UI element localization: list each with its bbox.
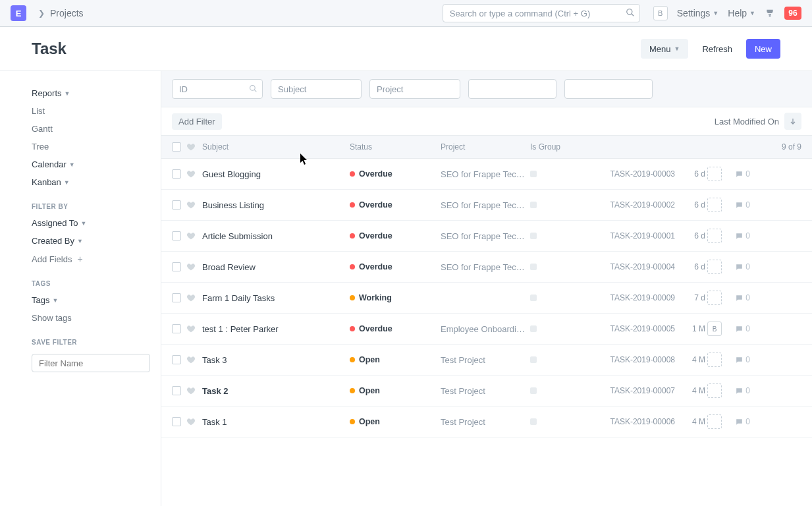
sidebar-view-gantt[interactable]: Gantt: [32, 120, 161, 138]
row-subject-link[interactable]: Guest Blogging: [202, 169, 261, 179]
row-checkbox[interactable]: [172, 262, 181, 271]
like-icon[interactable]: [186, 293, 196, 302]
sort-by-label[interactable]: Last Modified On: [715, 117, 779, 126]
row-project[interactable]: Test Project: [441, 386, 530, 396]
row-project[interactable]: Test Project: [441, 417, 530, 427]
like-icon[interactable]: [186, 200, 196, 210]
row-comments[interactable]: 0: [724, 231, 750, 240]
assign-placeholder[interactable]: [707, 198, 722, 212]
like-icon[interactable]: [186, 324, 196, 333]
like-icon[interactable]: [186, 169, 196, 179]
like-icon[interactable]: [186, 386, 196, 395]
filter-name-input[interactable]: [32, 354, 150, 372]
assign-placeholder[interactable]: [707, 229, 722, 243]
sidebar-assigned-to[interactable]: Assigned To▼: [32, 214, 161, 232]
like-icon[interactable]: [186, 262, 196, 271]
row-subject-link[interactable]: Task 3: [202, 355, 227, 365]
row-status[interactable]: Overdue: [350, 231, 441, 240]
row-subject-link[interactable]: Farm 1 Daily Tasks: [202, 293, 275, 303]
sidebar-show-tags[interactable]: Show tags: [32, 309, 161, 327]
filter-id-input[interactable]: [172, 79, 263, 99]
breadcrumb-projects[interactable]: Projects: [50, 8, 84, 18]
row-subject-link[interactable]: Broad Review: [202, 262, 256, 272]
sidebar-calendar[interactable]: Calendar▼: [32, 155, 161, 173]
table-row: Broad Review Overdue SEO for Frappe Tec……: [161, 252, 812, 283]
filter-extra1-input[interactable]: [468, 79, 556, 99]
settings-menu[interactable]: Settings▼: [677, 8, 719, 18]
row-status[interactable]: Overdue: [350, 262, 441, 271]
sidebar-view-tree[interactable]: Tree: [32, 138, 161, 155]
filter-project-input[interactable]: [369, 79, 460, 99]
select-all-checkbox[interactable]: [172, 142, 181, 152]
sidebar-tags[interactable]: Tags▼: [32, 291, 161, 309]
row-checkbox[interactable]: [172, 324, 181, 333]
like-icon[interactable]: [186, 417, 196, 426]
row-project[interactable]: SEO for Frappe Tec…: [441, 262, 530, 272]
sidebar-reports[interactable]: Reports▼: [32, 84, 161, 102]
row-project[interactable]: Test Project: [441, 355, 530, 365]
row-subject-link[interactable]: Article Submission: [202, 231, 273, 241]
row-checkbox[interactable]: [172, 169, 181, 179]
sidebar-view-list[interactable]: List: [32, 102, 161, 120]
row-status[interactable]: Working: [350, 293, 441, 302]
sidebar-created-by[interactable]: Created By▼: [32, 232, 161, 250]
assign-placeholder[interactable]: [707, 260, 722, 274]
like-icon[interactable]: [186, 355, 196, 364]
filter-subject-input[interactable]: [271, 79, 362, 99]
refresh-button[interactable]: Refresh: [693, 39, 741, 59]
row-checkbox[interactable]: [172, 293, 181, 302]
sort-direction-button[interactable]: [784, 113, 801, 130]
row-comments[interactable]: 0: [724, 262, 750, 271]
assign-placeholder[interactable]: [707, 167, 722, 181]
col-header-isgroup[interactable]: Is Group: [530, 142, 583, 152]
assign-placeholder[interactable]: [707, 414, 722, 429]
row-checkbox[interactable]: [172, 386, 181, 395]
row-comments[interactable]: 0: [724, 386, 750, 395]
menu-button[interactable]: Menu▼: [641, 39, 688, 59]
row-project[interactable]: SEO for Frappe Tec…: [441, 200, 530, 210]
new-button[interactable]: New: [746, 39, 780, 59]
row-comments[interactable]: 0: [724, 417, 750, 426]
row-status[interactable]: Overdue: [350, 169, 441, 179]
row-subject-link[interactable]: Task 2: [202, 386, 229, 396]
row-subject-link[interactable]: Task 1: [202, 417, 227, 427]
row-checkbox[interactable]: [172, 200, 181, 210]
assign-placeholder[interactable]: [707, 383, 722, 398]
sidebar-kanban[interactable]: Kanban▼: [32, 173, 161, 191]
col-header-project[interactable]: Project: [441, 142, 530, 152]
row-comments[interactable]: 0: [724, 293, 750, 302]
row-status[interactable]: Open: [350, 355, 441, 364]
row-checkbox[interactable]: [172, 231, 181, 240]
row-comments[interactable]: 0: [724, 324, 750, 333]
help-menu[interactable]: Help▼: [728, 8, 755, 18]
notification-badge[interactable]: 96: [784, 7, 801, 20]
row-checkbox[interactable]: [172, 417, 181, 426]
col-header-subject[interactable]: Subject: [202, 142, 350, 152]
row-status[interactable]: Overdue: [350, 324, 441, 333]
trophy-icon[interactable]: [765, 8, 775, 18]
assign-placeholder[interactable]: [707, 352, 722, 367]
row-status[interactable]: Open: [350, 417, 441, 426]
add-filter-button[interactable]: Add Filter: [172, 113, 222, 130]
row-subject-link[interactable]: Business Listing: [202, 200, 264, 210]
row-checkbox[interactable]: [172, 355, 181, 364]
status-dot-icon: [350, 357, 355, 362]
assignee-avatar[interactable]: B: [707, 322, 722, 336]
row-comments[interactable]: 0: [724, 169, 750, 179]
row-subject-link[interactable]: test 1 : Peter Parker: [202, 324, 279, 334]
like-icon[interactable]: [186, 231, 196, 240]
brand-logo[interactable]: E: [11, 5, 26, 21]
row-comments[interactable]: 0: [724, 200, 750, 210]
col-header-status[interactable]: Status: [350, 142, 441, 152]
row-status[interactable]: Overdue: [350, 200, 441, 210]
row-comments[interactable]: 0: [724, 355, 750, 364]
assign-placeholder[interactable]: [707, 291, 722, 305]
row-project[interactable]: SEO for Frappe Tec…: [441, 231, 530, 241]
search-input[interactable]: [443, 4, 640, 22]
user-avatar-small[interactable]: B: [653, 6, 668, 20]
row-project[interactable]: Employee Onboardi…: [441, 324, 530, 334]
sidebar-add-fields[interactable]: Add Fields+: [32, 250, 161, 268]
filter-extra2-input[interactable]: [564, 79, 653, 99]
row-status[interactable]: Open: [350, 386, 441, 395]
row-project[interactable]: SEO for Frappe Tec…: [441, 169, 530, 179]
